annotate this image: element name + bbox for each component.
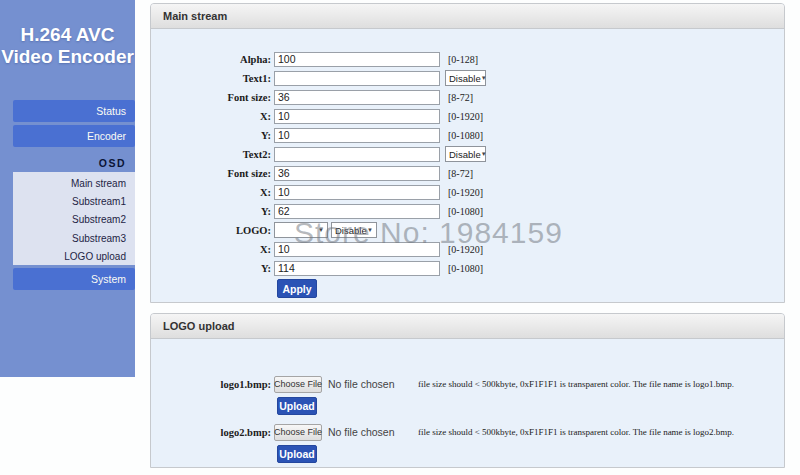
sidebar-item-logo-upload[interactable]: LOGO upload	[13, 248, 135, 266]
logo1-upload-row: logo1.bmp: Choose File No file chosen fi…	[151, 375, 784, 393]
text1-enable-select[interactable]: Disable ▼	[445, 70, 486, 86]
font-size2-label: Font size:	[151, 168, 274, 179]
logo-field-row: LOGO: ▼ Disable ▼	[151, 222, 784, 238]
text2-label: Text2:	[151, 149, 274, 160]
font-size2-input[interactable]	[274, 166, 440, 181]
logo-upload-form: logo1.bmp: Choose File No file chosen fi…	[151, 339, 784, 463]
app-title-line1: H.264 AVC	[0, 24, 135, 46]
font-size1-range-hint: [8-72]	[448, 92, 473, 103]
logo1-upload-button[interactable]: Upload	[277, 397, 317, 415]
sidebar-item-substream2[interactable]: Substream2	[13, 211, 135, 229]
logo-enable-select-value: Disable	[335, 225, 367, 236]
logo-label: LOGO:	[151, 225, 274, 236]
main-stream-panel-title: Main stream	[151, 4, 784, 29]
font-size1-field-row: Font size: [8-72]	[151, 89, 784, 105]
text1-y-label: Y:	[151, 130, 274, 141]
alpha-label: Alpha:	[151, 54, 274, 65]
logo2-file-status: No file chosen	[328, 426, 395, 438]
text2-x-label: X:	[151, 187, 274, 198]
logo2-upload-row: logo2.bmp: Choose File No file chosen fi…	[151, 423, 784, 441]
chevron-down-icon: ▼	[481, 75, 487, 81]
main-stream-form: Alpha: [0-128] Text1: Disable ▼ Font siz…	[151, 29, 784, 298]
text1-enable-select-value: Disable	[449, 73, 481, 84]
text1-field-row: Text1: Disable ▼	[151, 70, 784, 86]
text2-x-field-row: X: [0-1920]	[151, 184, 784, 200]
text2-input[interactable]	[274, 147, 440, 162]
sidebar: H.264 AVC Video Encoder Status Encoder O…	[0, 0, 135, 377]
text2-enable-select[interactable]: Disable ▼	[445, 146, 486, 162]
sidebar-osd-submenu: Main stream Substream1 Substream2 Substr…	[13, 172, 135, 265]
text2-y-range-hint: [0-1080]	[448, 206, 483, 217]
logo1-hint: file size should < 500kbyte, 0xF1F1F1 is…	[418, 379, 734, 389]
page: H.264 AVC Video Encoder Status Encoder O…	[0, 0, 800, 475]
logo-y-field-row: Y: [0-1080]	[151, 260, 784, 276]
main-stream-panel: Main stream Alpha: [0-128] Text1: Disabl…	[150, 3, 785, 303]
logo-x-field-row: X: [0-1920]	[151, 241, 784, 257]
sidebar-item-substream3[interactable]: Substream3	[13, 230, 135, 248]
logo2-upload-button[interactable]: Upload	[277, 445, 317, 463]
text1-y-input[interactable]	[274, 128, 440, 143]
text1-y-range-hint: [0-1080]	[448, 130, 483, 141]
logo-x-range-hint: [0-1920]	[448, 244, 483, 255]
sidebar-item-encoder[interactable]: Encoder	[13, 125, 135, 147]
text1-input[interactable]	[274, 71, 440, 86]
text1-x-range-hint: [0-1920]	[448, 111, 483, 122]
text1-x-input[interactable]	[274, 109, 440, 124]
logo-y-label: Y:	[151, 263, 274, 274]
chevron-down-icon: ▼	[481, 151, 487, 157]
chevron-down-icon: ▼	[367, 227, 373, 233]
main-content: Main stream Alpha: [0-128] Text1: Disabl…	[150, 0, 785, 475]
text1-y-field-row: Y: [0-1080]	[151, 127, 784, 143]
alpha-field-row: Alpha: [0-128]	[151, 51, 784, 67]
sidebar-item-substream1[interactable]: Substream1	[13, 193, 135, 211]
sidebar-item-main-stream[interactable]: Main stream	[13, 175, 135, 193]
logo1-choose-file-button[interactable]: Choose File	[274, 376, 322, 393]
logo2-hint: file size should < 500kbyte, 0xF1F1F1 is…	[418, 427, 734, 437]
font-size2-field-row: Font size: [8-72]	[151, 165, 784, 181]
logo2-label: logo2.bmp:	[151, 427, 274, 438]
logo-y-input[interactable]	[274, 261, 440, 276]
text2-y-input[interactable]	[274, 204, 440, 219]
logo1-file-status: No file chosen	[328, 378, 395, 390]
sidebar-item-system[interactable]: System	[13, 268, 135, 290]
logo-x-input[interactable]	[274, 242, 440, 257]
text2-field-row: Text2: Disable ▼	[151, 146, 784, 162]
chevron-down-icon: ▼	[318, 227, 324, 233]
font-size1-input[interactable]	[274, 90, 440, 105]
text2-y-field-row: Y: [0-1080]	[151, 203, 784, 219]
logo2-choose-file-button[interactable]: Choose File	[274, 424, 322, 441]
text1-x-label: X:	[151, 111, 274, 122]
logo-y-range-hint: [0-1080]	[448, 263, 483, 274]
sidebar-item-status[interactable]: Status	[13, 100, 135, 122]
text2-x-input[interactable]	[274, 185, 440, 200]
logo-x-label: X:	[151, 244, 274, 255]
text1-x-field-row: X: [0-1920]	[151, 108, 784, 124]
apply-button[interactable]: Apply	[277, 279, 317, 298]
font-size2-range-hint: [8-72]	[448, 168, 473, 179]
font-size1-label: Font size:	[151, 92, 274, 103]
alpha-range-hint: [0-128]	[448, 54, 478, 65]
sidebar-section-osd[interactable]: OSD	[13, 157, 135, 169]
text2-enable-select-value: Disable	[449, 149, 481, 160]
app-title: H.264 AVC Video Encoder	[0, 24, 135, 68]
logo1-label: logo1.bmp:	[151, 379, 274, 390]
logo-select[interactable]: ▼	[274, 222, 328, 238]
logo-upload-panel: LOGO upload logo1.bmp: Choose File No fi…	[150, 313, 785, 468]
text2-x-range-hint: [0-1920]	[448, 187, 483, 198]
alpha-input[interactable]	[274, 52, 440, 67]
logo-enable-select[interactable]: Disable ▼	[331, 222, 377, 238]
text1-label: Text1:	[151, 73, 274, 84]
logo-upload-panel-title: LOGO upload	[151, 314, 784, 339]
app-title-line2: Video Encoder	[0, 46, 135, 68]
text2-y-label: Y:	[151, 206, 274, 217]
